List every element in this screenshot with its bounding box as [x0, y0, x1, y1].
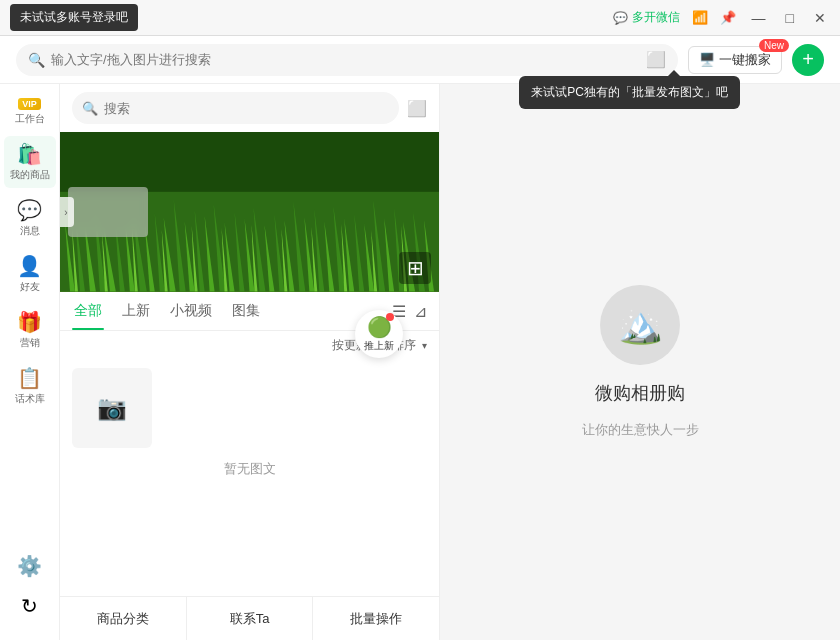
wechat-icon: 💬	[613, 11, 628, 25]
inner-search-input[interactable]	[104, 101, 272, 116]
push-new-popup[interactable]: 🟢 推上新	[355, 310, 403, 358]
main-layout: VIP 工作台 🛍️ 我的商品 💬 消息 👤 好友 🎁 营销 📋 话术库 ⚙️	[0, 84, 840, 640]
add-button[interactable]: +	[792, 44, 824, 76]
sidebar-label-messages: 消息	[20, 224, 40, 238]
category-button[interactable]: 商品分类	[60, 597, 187, 640]
sidebar-item-refresh[interactable]: ↻	[4, 588, 56, 624]
title-bar-left: 未试试多账号登录吧	[10, 0, 138, 35]
title-bar: 未试试多账号登录吧 💬 多开微信 📶 📌 — □ ✕	[0, 0, 840, 36]
sidebar-label-friends: 好友	[20, 280, 40, 294]
push-wechat-icon: 🟢	[367, 315, 392, 339]
sidebar-item-friends[interactable]: 👤 好友	[4, 248, 56, 300]
filter-icon[interactable]: ⊿	[414, 302, 427, 321]
sidebar-label-my-goods: 我的商品	[10, 168, 50, 182]
search-icon: 🔍	[28, 52, 45, 68]
hero-image: › ⊞	[60, 132, 439, 292]
my-goods-icon: 🛍️	[17, 142, 42, 166]
signal-icon: 📶	[692, 10, 708, 25]
mountain-icon: 🏔️	[618, 304, 663, 346]
content-panel: 🔍 ⬜	[60, 84, 440, 640]
inner-search-right-icon[interactable]: ⬜	[407, 99, 427, 118]
hero-arrow[interactable]: ›	[60, 197, 74, 227]
sidebar-item-workbench[interactable]: VIP 工作台	[4, 92, 56, 132]
scripts-icon: 📋	[17, 366, 42, 390]
push-new-label: 推上新	[364, 339, 394, 353]
one-key-move-button[interactable]: 🖥️ 一键搬家 New	[688, 46, 782, 74]
maximize-button[interactable]: □	[782, 10, 798, 26]
one-key-label: 一键搬家	[719, 51, 771, 69]
tooltip-text: 来试试PC独有的「批量发布图文」吧	[531, 85, 728, 99]
sidebar-label-marketing: 营销	[20, 336, 40, 350]
multi-wechat-button[interactable]: 💬 多开微信	[613, 9, 680, 26]
messages-icon: 💬	[17, 198, 42, 222]
product-item[interactable]: 📷	[60, 360, 439, 456]
tab-album[interactable]: 图集	[230, 292, 262, 330]
bottom-toolbar: 商品分类 联系Ta 批量操作	[60, 596, 439, 640]
sidebar-bottom: ⚙️ ↻	[4, 548, 56, 632]
right-panel: 🏔️ 微购相册购 让你的生意快人一步	[440, 84, 840, 640]
title-bar-right: 💬 多开微信 📶 📌 — □ ✕	[613, 9, 830, 26]
no-image-text: 暂无图文	[60, 456, 439, 482]
tab-all[interactable]: 全部	[72, 292, 104, 330]
search-input[interactable]	[51, 52, 640, 67]
sort-arrow-icon[interactable]: ▾	[422, 340, 427, 351]
settings-icon: ⚙️	[17, 554, 42, 578]
vip-badge: VIP	[18, 98, 41, 110]
sidebar-item-scripts[interactable]: 📋 话术库	[4, 360, 56, 412]
image-search-icon[interactable]: ⬜	[646, 50, 666, 69]
inner-search-icon: 🔍	[82, 101, 98, 116]
move-icon: 🖥️	[699, 52, 715, 67]
refresh-icon: ↻	[21, 594, 38, 618]
multi-wechat-label: 多开微信	[632, 9, 680, 26]
sidebar-item-marketing[interactable]: 🎁 营销	[4, 304, 56, 356]
pin-icon: 📌	[720, 10, 736, 25]
tab-new[interactable]: 上新	[120, 292, 152, 330]
sidebar-label-scripts: 话术库	[15, 392, 45, 406]
qr-icon[interactable]: ⊞	[399, 252, 431, 284]
multi-account-tooltip: 未试试多账号登录吧	[10, 4, 138, 31]
tooltip-bubble: 来试试PC独有的「批量发布图文」吧	[519, 76, 740, 109]
close-button[interactable]: ✕	[810, 10, 830, 26]
sidebar-item-messages[interactable]: 💬 消息	[4, 192, 56, 244]
marketing-icon: 🎁	[17, 310, 42, 334]
sidebar-item-settings[interactable]: ⚙️	[4, 548, 56, 584]
right-icon-placeholder: 🏔️	[600, 285, 680, 365]
sidebar-label-workbench: 工作台	[15, 112, 45, 126]
batch-button[interactable]: 批量操作	[313, 597, 439, 640]
tab-video[interactable]: 小视频	[168, 292, 214, 330]
sidebar: VIP 工作台 🛍️ 我的商品 💬 消息 👤 好友 🎁 营销 📋 话术库 ⚙️	[0, 84, 60, 640]
push-dot	[386, 313, 394, 321]
inner-search: 🔍 ⬜	[60, 84, 439, 132]
right-title: 微购相册购	[595, 381, 685, 405]
friends-icon: 👤	[17, 254, 42, 278]
minimize-button[interactable]: —	[748, 10, 770, 26]
new-badge: New	[759, 39, 789, 52]
camera-icon: 📷	[97, 394, 127, 422]
contact-button[interactable]: 联系Ta	[187, 597, 314, 640]
blur-overlay	[68, 187, 148, 237]
search-box[interactable]: 🔍 ⬜	[16, 44, 678, 76]
sidebar-item-my-goods[interactable]: 🛍️ 我的商品	[4, 136, 56, 188]
right-subtitle: 让你的生意快人一步	[582, 421, 699, 439]
inner-search-box[interactable]: 🔍	[72, 92, 399, 124]
product-thumb: 📷	[72, 368, 152, 448]
